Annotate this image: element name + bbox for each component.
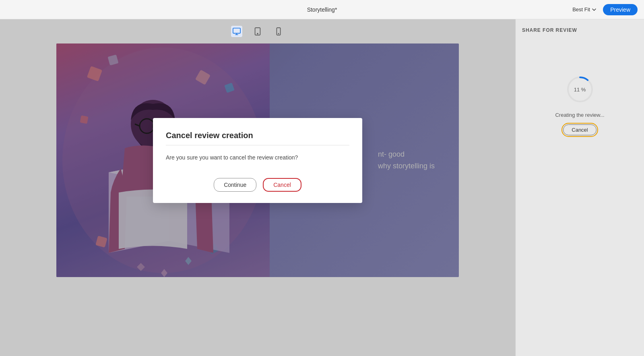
modal-continue-button[interactable]: Continue (214, 178, 256, 192)
sidebar-cancel-button[interactable]: Cancel (563, 124, 596, 135)
svg-point-4 (278, 33, 279, 34)
top-bar-actions: Best Fit Preview (569, 4, 638, 15)
slide-preview: nt- good why storytelling is Cancel revi… (56, 43, 459, 277)
modal-title: Cancel review creation (166, 131, 349, 140)
modal-cancel-button[interactable]: Cancel (263, 178, 301, 192)
desktop-icon (232, 27, 241, 36)
chevron-down-icon (592, 7, 597, 12)
tablet-icon (253, 27, 262, 36)
progress-container: 11 % Creating the review... Cancel (555, 75, 604, 135)
page-title: Storytelling* (307, 6, 337, 13)
creating-text: Creating the review... (555, 112, 604, 118)
svg-point-2 (257, 33, 258, 34)
top-bar: Storytelling* Best Fit Preview (0, 0, 644, 19)
modal-overlay: Cancel review creation Are you sure you … (56, 43, 459, 277)
device-toolbar (231, 26, 284, 37)
svg-rect-0 (233, 28, 240, 33)
right-sidebar: SHARE FOR REVIEW 11 % Creating the revie… (515, 19, 644, 356)
main-content: nt- good why storytelling is Cancel revi… (0, 19, 644, 356)
tablet-device-button[interactable] (252, 26, 263, 37)
modal-actions: Continue Cancel (166, 178, 349, 192)
mobile-icon (274, 27, 283, 36)
canvas-area: nt- good why storytelling is Cancel revi… (0, 19, 515, 356)
modal-divider (166, 145, 349, 145)
cancel-review-modal: Cancel review creation Are you sure you … (153, 118, 362, 203)
best-fit-button[interactable]: Best Fit (569, 5, 600, 14)
progress-circle-wrapper: 11 % (566, 75, 594, 104)
desktop-device-button[interactable] (231, 26, 242, 37)
best-fit-label: Best Fit (572, 6, 590, 12)
modal-body-text: Are you sure you want to cancel the revi… (166, 153, 349, 162)
sidebar-header: SHARE FOR REVIEW (522, 27, 577, 33)
mobile-device-button[interactable] (273, 26, 284, 37)
progress-label: 11 % (574, 87, 586, 93)
preview-button[interactable]: Preview (603, 4, 638, 15)
